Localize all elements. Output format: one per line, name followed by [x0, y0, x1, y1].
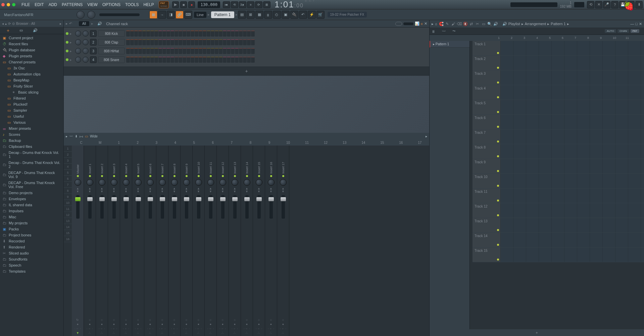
arrangement-label[interactable]: Arrangement — [525, 22, 546, 26]
channel-mute-led[interactable] — [66, 50, 68, 52]
step-button[interactable] — [207, 57, 210, 63]
track-mute-led[interactable] — [497, 155, 499, 157]
stereo-sep-icon[interactable]: ▲▼ — [197, 187, 200, 193]
mixer-track-led[interactable] — [198, 175, 200, 177]
fx-enable-icon[interactable]: ↻ — [76, 318, 79, 322]
step-button[interactable] — [223, 31, 227, 37]
mixer-sep-icon[interactable]: · ← · — [75, 327, 81, 330]
step-button[interactable] — [154, 48, 158, 54]
fx-enable-icon[interactable]: ○ — [282, 318, 284, 322]
fx-enable-icon[interactable]: ○ — [113, 318, 115, 322]
channel-pan-knob[interactable] — [75, 39, 81, 45]
stereo-sep-icon[interactable]: ▲▼ — [100, 187, 103, 193]
mixer-pan-knob[interactable] — [111, 179, 117, 186]
mixer-track[interactable]: Insert 14▲▼○●· ← ·∴ — [241, 146, 253, 336]
mixer-route-icon[interactable]: ∴ — [173, 331, 175, 335]
mixer-dock-icon[interactable]: ● — [125, 323, 127, 326]
fader-handle[interactable] — [99, 197, 105, 201]
mixer-fader[interactable] — [257, 195, 261, 219]
mixer-fader[interactable] — [88, 195, 92, 219]
mixer-track[interactable]: Insert 6▲▼○●· ← ·∴ — [144, 146, 156, 336]
step-button[interactable] — [191, 48, 194, 54]
fx-enable-icon[interactable]: ○ — [89, 318, 91, 322]
playlist-track-header[interactable]: Track 4 — [473, 85, 501, 100]
track-mute-led[interactable] — [497, 67, 499, 69]
rack-group-selector[interactable]: All — [79, 21, 89, 26]
mixer-slot-number[interactable]: 5 — [64, 170, 72, 176]
playlist-max-icon[interactable]: □ — [635, 22, 638, 26]
mixer-fx-icon[interactable]: ▹◃ — [80, 134, 83, 138]
channel-pan-knob[interactable] — [75, 31, 81, 37]
mixer-dock-icon[interactable]: ● — [161, 323, 163, 326]
mixer-track-led[interactable] — [282, 175, 284, 177]
channel-select-icon[interactable]: ▸ — [70, 49, 74, 53]
browser-item[interactable]: 🗀Decap - Drums That Knock Vol. 2 — [0, 160, 63, 170]
mixer-route-icon[interactable]: ∴ — [125, 331, 127, 335]
mixer-dock-icon[interactable]: ● — [89, 323, 91, 326]
pl-tool-slice-icon[interactable]: ✂ — [475, 21, 480, 26]
playlist-track-lane[interactable] — [501, 100, 644, 114]
mixer-pan-knob[interactable] — [87, 179, 93, 186]
mixer-track-number[interactable]: 16 — [392, 141, 410, 145]
playlist-mode-tab[interactable]: CHAN — [617, 29, 629, 33]
browser-item[interactable]: 🗀Demo projects — [0, 190, 63, 196]
channel-vol-knob[interactable] — [83, 57, 89, 63]
mixer-dock-icon[interactable]: ● — [77, 323, 79, 326]
fx-enable-icon[interactable]: ○ — [246, 318, 248, 322]
fx-enable-icon[interactable]: ○ — [161, 318, 163, 322]
mixer-slot-number[interactable]: 13 — [64, 218, 72, 224]
mixer-pan-knob[interactable] — [207, 179, 214, 186]
mixer-dock-icon[interactable]: ● — [174, 323, 175, 326]
browser-item[interactable]: ▣Packs — [0, 226, 63, 232]
playlist-close-icon[interactable]: ✕ — [639, 22, 642, 26]
fx-enable-icon[interactable]: ○ — [174, 318, 175, 322]
mixer-track-number[interactable]: 2 — [128, 141, 147, 145]
track-mute-led[interactable] — [497, 96, 499, 98]
mixer-slot-number[interactable]: 11 — [64, 206, 72, 212]
mixer-pan-knob[interactable] — [171, 179, 178, 186]
step-button[interactable] — [126, 31, 130, 37]
mixer-pan-knob[interactable] — [135, 179, 142, 186]
mixer-slot-number[interactable]: 6 — [64, 176, 72, 182]
mixer-track-led[interactable] — [89, 175, 91, 177]
step-button[interactable] — [215, 39, 218, 45]
mixer-route-icon[interactable]: ∴ — [234, 331, 236, 335]
step-button[interactable] — [215, 48, 218, 54]
playlist-mode-tab[interactable]: PAT — [631, 29, 639, 33]
pl-tool-play-icon[interactable]: 🔊 — [493, 21, 498, 26]
channel-number[interactable]: 3 — [90, 48, 97, 54]
track-mute-led[interactable] — [497, 259, 499, 261]
mixer-track-led[interactable] — [174, 175, 176, 177]
mixer-track-led[interactable] — [234, 175, 236, 177]
minimize-window-button[interactable] — [7, 3, 10, 6]
fx-enable-icon[interactable]: ○ — [137, 318, 139, 322]
playlist-track-header[interactable]: Track 11 — [473, 188, 501, 203]
step-button[interactable] — [235, 39, 239, 45]
browser-item[interactable]: ✂Sliced audio — [0, 250, 63, 256]
fader-handle[interactable] — [220, 197, 226, 201]
mixer-track-number[interactable]: 1 — [109, 141, 128, 145]
step-button[interactable] — [223, 39, 227, 45]
step-button[interactable] — [154, 57, 158, 63]
rack-dropdown-arrow-icon[interactable]: ▸ — [91, 21, 93, 26]
playlist-track-header[interactable]: Track 5 — [473, 100, 501, 114]
menu-tools[interactable]: TOOLS — [123, 1, 141, 8]
toolbar-script-button[interactable]: ⚡ — [308, 11, 316, 19]
step-button[interactable] — [227, 48, 231, 54]
mixer-track[interactable]: Insert 8▲▼○●· ← ·∴ — [168, 146, 181, 336]
mixer-route-icon[interactable]: ∴ — [209, 331, 211, 335]
step-button[interactable] — [142, 48, 146, 54]
step-button[interactable] — [191, 57, 194, 63]
channel-vol-knob[interactable] — [83, 31, 89, 37]
mixer-slot-number[interactable]: 15 — [64, 230, 72, 236]
mixer-fader[interactable] — [233, 195, 237, 219]
mixer-sep-icon[interactable]: · ← · — [171, 327, 178, 330]
step-button[interactable] — [203, 48, 206, 54]
step-button[interactable] — [162, 57, 166, 63]
mixer-track-led[interactable] — [77, 175, 79, 177]
step-button[interactable] — [195, 39, 198, 45]
step-button[interactable] — [251, 57, 255, 63]
mixer-track-number[interactable]: 15 — [373, 141, 392, 145]
browser-add-icon[interactable]: + — [7, 28, 9, 33]
rack-close-icon[interactable]: ✕ — [424, 21, 427, 26]
